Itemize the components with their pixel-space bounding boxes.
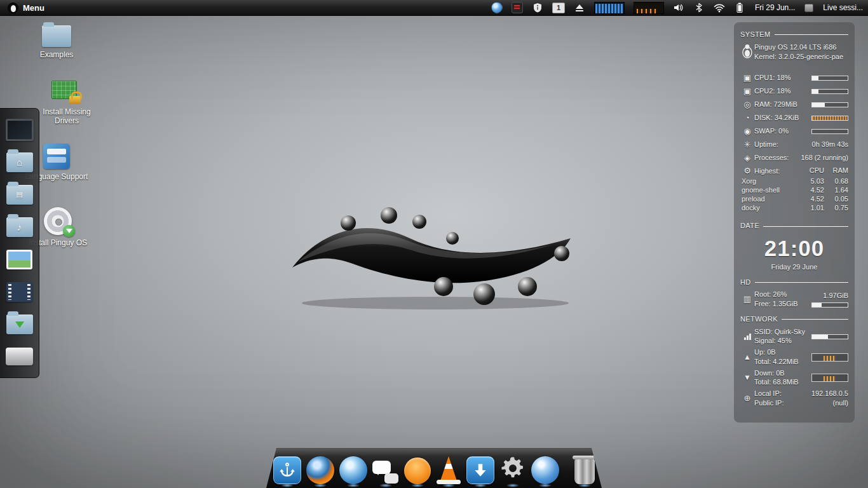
- dock-item-pictures[interactable]: [4, 245, 35, 273]
- top-panel: Menu 1 Fri 29 Jun..: [0, 0, 868, 16]
- volume-icon[interactable]: [673, 2, 684, 13]
- kernel-version: Kernel: 3.2.0-25-generic-pae: [754, 53, 848, 62]
- process-name: preload: [740, 195, 800, 204]
- up-label: Up: 0B: [754, 348, 811, 357]
- dock-item-chromium[interactable]: [531, 454, 559, 484]
- install-arrow-icon: [63, 225, 75, 237]
- folder-icon: [42, 25, 71, 47]
- os-version: Pinguy OS 12.04 LTS i686: [754, 43, 848, 52]
- hd-icon: ▥: [740, 294, 754, 304]
- disk-icon: ◔: [740, 113, 754, 123]
- conky-processes: ◈ Processes: 168 (2 running): [740, 151, 848, 165]
- conky-section-hd: HD: [740, 278, 848, 287]
- stat-label: DISK: 34.2KiB: [754, 114, 811, 123]
- dock-item-videos[interactable]: [4, 278, 35, 306]
- process-row: preload 4.52 0.05: [740, 195, 848, 204]
- dock-item-music-folder[interactable]: ♪: [4, 213, 35, 241]
- battery-icon[interactable]: [734, 2, 745, 13]
- cpu-icon: ▣: [740, 86, 754, 97]
- dock-item-documents-folder[interactable]: ▤: [4, 180, 35, 208]
- process-cpu: 4.52: [800, 186, 824, 195]
- green-download-arrow-icon: [15, 322, 24, 332]
- conky-stat-cpu2: ▣ CPU2: 18%: [740, 85, 848, 98]
- down-label: Down: 0B: [754, 369, 811, 378]
- home-folder-icon: ⌂: [6, 152, 33, 172]
- process-name: Xorg: [740, 177, 800, 186]
- cpu-graph-applet[interactable]: [634, 2, 664, 14]
- clock-date-line: Friday 29 June: [740, 263, 848, 272]
- process-ram: 1.64: [824, 186, 848, 195]
- col-cpu: CPU: [800, 166, 824, 175]
- bottom-dock: [266, 448, 602, 488]
- globe-icon: ⊕: [740, 393, 754, 403]
- panel-clock[interactable]: Fri 29 Jun...: [755, 3, 795, 12]
- dock-item-trash[interactable]: [574, 454, 595, 484]
- conky-hd-root: ▥ Root: 26% Free: 1.35GiB 1.97GiB: [740, 290, 848, 309]
- uptime-label: Uptime:: [754, 140, 812, 149]
- processes-icon: ◈: [740, 153, 754, 163]
- cpu1-bar: [811, 76, 848, 81]
- dock-item-clementine[interactable]: [404, 454, 431, 484]
- stat-label: CPU1: 18%: [754, 74, 811, 83]
- firefox-icon: [306, 456, 334, 484]
- cpu2-bar: [811, 89, 848, 94]
- app-swirl-tray-icon[interactable]: [491, 2, 503, 13]
- section-title: DATE: [740, 222, 759, 231]
- dock-item-system-settings[interactable]: [499, 454, 526, 484]
- network-graph-applet[interactable]: [594, 2, 625, 14]
- download-arrow-icon: [466, 456, 494, 484]
- public-ip-label: Public IP:: [754, 399, 811, 408]
- dock-item-show-desktop[interactable]: [4, 116, 35, 144]
- dock-item-downloads[interactable]: [466, 454, 494, 484]
- dock-item-downloads-folder[interactable]: [4, 310, 35, 338]
- cd-install-icon: [44, 207, 72, 235]
- wifi-icon[interactable]: [714, 2, 725, 13]
- bluetooth-icon[interactable]: [693, 2, 705, 13]
- package-manager-tray-icon[interactable]: [512, 2, 523, 13]
- dock-item-vlc[interactable]: [436, 454, 461, 484]
- downloads-folder-icon: [6, 315, 33, 334]
- process-cpu: 4.52: [800, 195, 824, 204]
- swap-bar: [811, 129, 848, 134]
- dock-item-removable-drive[interactable]: [4, 342, 35, 370]
- desktop-icon-examples[interactable]: Examples: [21, 25, 92, 59]
- conky-uptime: ✳ Uptime: 0h 39m 43s: [740, 138, 848, 151]
- conky-section-system: SYSTEM: [740, 30, 848, 39]
- anchor-icon: [273, 456, 301, 484]
- dock-item-home-folder[interactable]: ⌂: [4, 148, 35, 176]
- col-ram: RAM: [824, 166, 848, 175]
- download-arrow-icon: ▼: [740, 373, 754, 383]
- dock-item-docky[interactable]: [273, 454, 301, 484]
- process-name: docky: [740, 204, 800, 213]
- lock-icon: [69, 96, 81, 104]
- conky-net-down: ▼ Down: 0B Total: 68.8MiB: [740, 369, 848, 388]
- vlc-cone-icon: [436, 456, 461, 484]
- session-menu[interactable]: Live sessi...: [823, 3, 863, 12]
- conky-net-up: ▲ Up: 0B Total: 4.22MiB: [740, 348, 848, 367]
- dock-item-firefox[interactable]: [306, 454, 334, 484]
- signal-bars-icon: [740, 334, 754, 340]
- pinguy-wallpaper-logo: [286, 207, 578, 315]
- process-row: Xorg 5.03 0.68: [740, 177, 848, 186]
- dock-item-messaging[interactable]: [372, 454, 399, 484]
- process-ram: 0.75: [824, 204, 848, 213]
- conky-ip-info: ⊕ Local IP: Public IP: 192.168.0.5 (null…: [740, 390, 848, 408]
- ram-icon: ◎: [740, 100, 754, 110]
- dock-item-thunderbird[interactable]: [339, 454, 367, 484]
- hd-root-label: Root: 26%: [754, 290, 811, 299]
- gear-icon: [499, 455, 526, 484]
- processes-label: Processes:: [754, 154, 801, 163]
- clock-time: 21:00: [740, 234, 848, 262]
- menu-button[interactable]: Menu: [5, 2, 47, 14]
- down-total: Total: 68.8MiB: [754, 378, 811, 387]
- security-shield-icon[interactable]: [532, 2, 543, 13]
- desktop-icon-install-missing-drivers[interactable]: Install Missing Drivers: [31, 78, 102, 125]
- signal-bar: [811, 334, 848, 339]
- gear-icon: ⚙: [740, 166, 754, 176]
- drivers-chip-icon: [51, 78, 82, 104]
- conky-system-monitor: SYSTEM Pinguy OS 12.04 LTS i686 Kernel: …: [734, 22, 855, 423]
- system-tray: 1: [491, 2, 745, 14]
- workspace-switcher[interactable]: 1: [552, 3, 565, 13]
- eject-icon[interactable]: [574, 2, 585, 13]
- orange-fruit-icon: [404, 458, 431, 484]
